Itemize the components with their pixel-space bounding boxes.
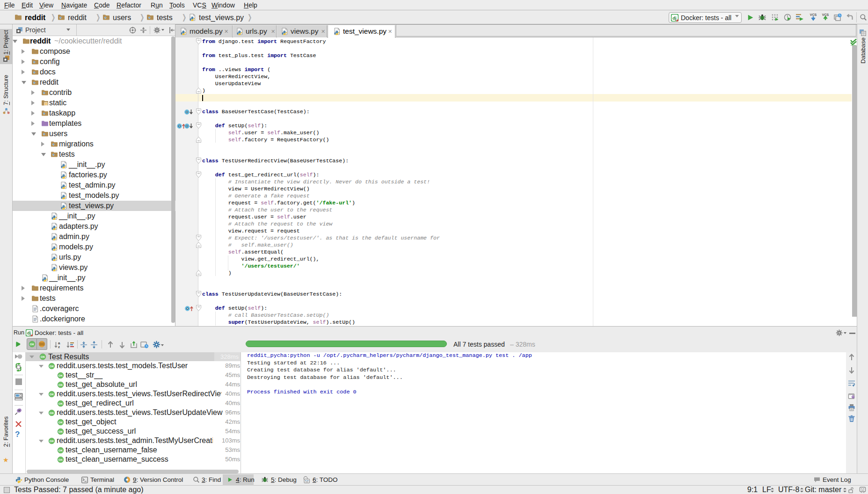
svg-text:VCS: VCS [810,13,817,16]
svg-text:z: z [58,345,60,349]
